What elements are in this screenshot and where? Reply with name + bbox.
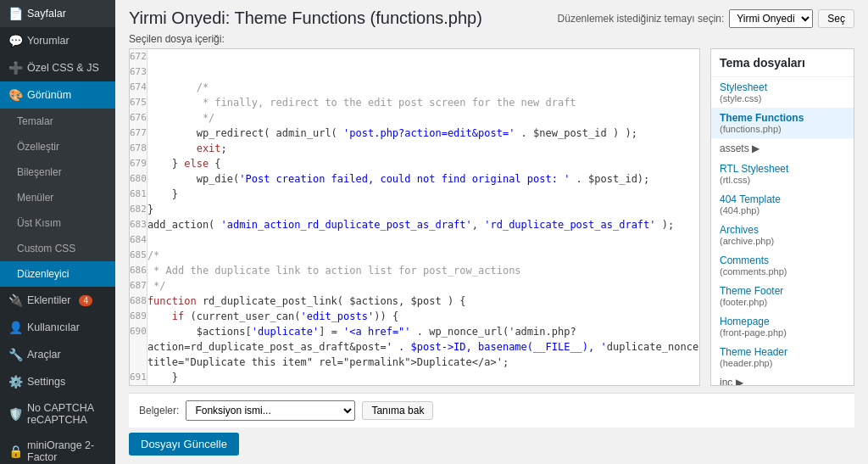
sidebar-item-bilesenler[interactable]: Bileşenler bbox=[0, 159, 115, 185]
theme-select[interactable]: Yirmi Onyedi bbox=[729, 9, 813, 28]
table-row: 675 * finally, redirect to the edit post… bbox=[130, 95, 699, 110]
line-number: 682 bbox=[130, 202, 147, 217]
line-content: if (current_user_can('edit_posts')) { bbox=[147, 309, 699, 324]
belgeler-label: Belgeler: bbox=[139, 405, 179, 416]
file-item[interactable]: Theme Footer(footer.php) bbox=[711, 281, 854, 311]
line-number bbox=[130, 339, 147, 355]
sidebar-item-gorunum[interactable]: 🎨 Görünüm bbox=[0, 81, 115, 109]
table-row: 673 bbox=[130, 64, 699, 80]
file-sidebar-title: Tema dosyaları bbox=[711, 49, 854, 77]
bottom-bar: Belgeler: Fonksiyon ismi... Tanıma bak bbox=[129, 393, 854, 428]
sidebar-item-ozel-css-js[interactable]: ➕ Özel CSS & JS bbox=[0, 54, 115, 81]
line-content: title="Duplicate this item" rel="permali… bbox=[147, 355, 699, 370]
file-sub-label: (header.php) bbox=[720, 358, 845, 368]
line-number bbox=[130, 355, 147, 370]
sidebar-item-duzenleyici[interactable]: Düzenleyici bbox=[0, 261, 115, 287]
line-number: 679 bbox=[130, 156, 147, 171]
file-content-label: Seçilen dosya içeriği: bbox=[129, 33, 854, 45]
sidebar-item-kullanicilar[interactable]: 👤 Kullanıcılar bbox=[0, 314, 115, 341]
file-link[interactable]: Theme Functions bbox=[720, 112, 845, 124]
save-button[interactable]: Dosyayı Güncelle bbox=[129, 433, 239, 456]
line-content: */ bbox=[147, 278, 699, 293]
file-link[interactable]: Theme Footer bbox=[720, 285, 845, 297]
table-row: 685/* bbox=[130, 248, 699, 263]
file-item[interactable]: RTL Stylesheet(rtl.css) bbox=[711, 159, 854, 189]
sidebar-item-yorumlar[interactable]: 💬 Yorumlar bbox=[0, 27, 115, 54]
tanima-button[interactable]: Tanıma bak bbox=[362, 401, 433, 420]
file-sidebar: Tema dosyaları Stylesheet(style.css)Them… bbox=[710, 48, 854, 386]
sidebar-item-temalar[interactable]: Temalar bbox=[0, 109, 115, 134]
table-row: 684 bbox=[130, 232, 699, 248]
file-list: Stylesheet(style.css)Theme Functions(fun… bbox=[711, 77, 854, 386]
sidebar-item-captcha[interactable]: 🛡️ No CAPTCHA reCAPTCHA bbox=[0, 395, 115, 433]
line-number: 689 bbox=[130, 309, 147, 324]
line-content: * Add the duplicate link to action list … bbox=[147, 263, 699, 278]
sidebar-item-ozellestir[interactable]: Özelleştir bbox=[0, 134, 115, 159]
file-item[interactable]: Homepage(front-page.php) bbox=[711, 311, 854, 342]
sidebar-item-ust-kisim[interactable]: Üst Kısım bbox=[0, 210, 115, 236]
table-row: 680 wp_die('Post creation failed, could … bbox=[130, 171, 699, 187]
sidebar: 📄 Sayfalar 💬 Yorumlar ➕ Özel CSS & JS 🎨 … bbox=[0, 0, 115, 464]
line-number: 691 bbox=[130, 370, 147, 385]
line-content: /* bbox=[147, 80, 699, 95]
table-row: 678 exit; bbox=[130, 141, 699, 156]
file-sub-label: (footer.php) bbox=[720, 297, 845, 307]
belgeler-select[interactable]: Fonksiyon ismi... bbox=[186, 400, 355, 421]
file-item[interactable]: Archives(archive.php) bbox=[711, 220, 854, 250]
line-content: function rd_duplicate_post_link( $action… bbox=[147, 293, 699, 309]
file-link[interactable]: Homepage bbox=[720, 316, 845, 327]
sidebar-item-menuler[interactable]: Menüler bbox=[0, 185, 115, 210]
captcha-icon: 🛡️ bbox=[8, 407, 22, 421]
gorunum-submenu: Temalar Özelleştir Bileşenler Menüler Üs… bbox=[0, 109, 115, 287]
sidebar-item-miniorange[interactable]: 🔒 miniOrange 2-Factor bbox=[0, 433, 115, 464]
file-link[interactable]: RTL Stylesheet bbox=[720, 163, 845, 175]
file-link[interactable]: Stylesheet bbox=[720, 81, 845, 93]
line-content: */ bbox=[147, 110, 699, 126]
folder-item[interactable]: assets ▶ bbox=[711, 138, 854, 159]
comments-icon: 💬 bbox=[8, 34, 22, 48]
file-item[interactable]: Stylesheet(style.css) bbox=[711, 77, 854, 108]
css-js-icon: ➕ bbox=[8, 61, 22, 75]
line-number: 686 bbox=[130, 263, 147, 278]
line-number: 674 bbox=[130, 80, 147, 95]
main-content: Yirmi Onyedi: Theme Functions (functions… bbox=[115, 0, 868, 464]
line-content bbox=[147, 49, 699, 64]
users-icon: 👤 bbox=[8, 321, 22, 334]
file-sub-label: (comments.php) bbox=[720, 266, 845, 277]
sidebar-item-eklentiler[interactable]: 🔌 Eklentiler 4 bbox=[0, 287, 115, 314]
line-content: action=rd_duplicate_post_as_draft&post='… bbox=[147, 339, 699, 355]
tools-icon: 🔧 bbox=[8, 348, 22, 361]
line-number: 677 bbox=[130, 126, 147, 141]
sidebar-item-araclar[interactable]: 🔧 Araçlar bbox=[0, 341, 115, 368]
page-title: Yirmi Onyedi: Theme Functions (functions… bbox=[129, 8, 482, 28]
file-item[interactable]: Comments(comments.php) bbox=[711, 250, 854, 281]
code-editor[interactable]: 672 673 674 /*675 * finally, redirect to… bbox=[130, 49, 699, 385]
file-link[interactable]: Comments bbox=[720, 254, 845, 266]
sec-button[interactable]: Seç bbox=[818, 9, 854, 28]
file-link[interactable]: 404 Template bbox=[720, 193, 845, 205]
sidebar-item-sayfalar[interactable]: 📄 Sayfalar bbox=[0, 0, 115, 27]
code-editor-wrap: 672 673 674 /*675 * finally, redirect to… bbox=[129, 48, 700, 386]
line-content: wp_die('Post creation failed, could not … bbox=[147, 171, 699, 187]
file-item[interactable]: Theme Functions(functions.php) bbox=[711, 108, 854, 138]
line-content: } else { bbox=[147, 156, 699, 171]
file-item[interactable]: 404 Template(404.php) bbox=[711, 189, 854, 220]
line-number: 678 bbox=[130, 141, 147, 156]
line-number: 672 bbox=[130, 49, 147, 64]
file-link[interactable]: Theme Header bbox=[720, 346, 845, 358]
line-number: 685 bbox=[130, 248, 147, 263]
folder-item[interactable]: inc ▶ bbox=[711, 372, 854, 386]
file-link[interactable]: Archives bbox=[720, 224, 845, 236]
table-row: 689 if (current_user_can('edit_posts')) … bbox=[130, 309, 699, 324]
file-item[interactable]: Theme Header(header.php) bbox=[711, 342, 854, 372]
table-row: action=rd_duplicate_post_as_draft&post='… bbox=[130, 339, 699, 355]
line-number: 680 bbox=[130, 171, 147, 187]
sidebar-item-custom-css[interactable]: Custom CSS bbox=[0, 236, 115, 261]
page-header: Yirmi Onyedi: Theme Functions (functions… bbox=[129, 8, 854, 28]
line-content: wp_redirect( admin_url( 'post.php?action… bbox=[147, 126, 699, 141]
table-row: 682} bbox=[130, 202, 699, 217]
content-area: Yirmi Onyedi: Theme Functions (functions… bbox=[115, 0, 868, 464]
table-row: 687 */ bbox=[130, 278, 699, 293]
sidebar-item-settings[interactable]: ⚙️ Settings bbox=[0, 368, 115, 395]
line-number: 684 bbox=[130, 232, 147, 248]
